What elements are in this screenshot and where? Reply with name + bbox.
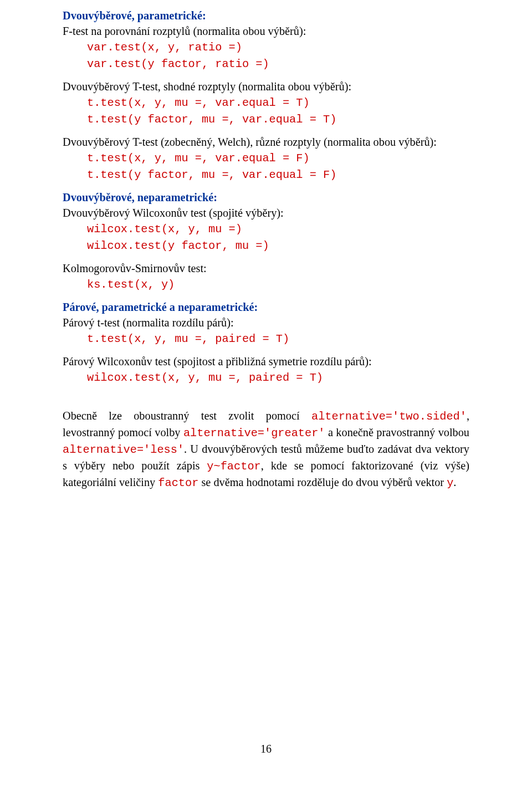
para-text: se dvěma hodnotami rozděluje do dvou výb… — [198, 476, 447, 488]
code-line: t.test(y factor, mu =, var.equal = F) — [87, 167, 336, 183]
heading-text: Párové, parametrické a neparametrické: — [63, 301, 258, 313]
code-line: t.test(y factor, mu =, var.equal = T) — [87, 112, 336, 127]
intro-text: Párový t-test (normalita rozdílu párů): — [63, 316, 234, 329]
section-dvouvyberove-neparametricke: Dvouvýběrové, neparametrické: Dvouvýběro… — [63, 190, 469, 254]
code-line: t.test(x, y, mu =, paired = T) — [87, 331, 289, 347]
inline-code: y~factor — [207, 460, 260, 473]
section-parove: Párové, parametrické a neparametrické: P… — [63, 299, 469, 347]
heading-text: Dvouvýběrové, parametrické: — [63, 9, 206, 22]
intro-text: F-test na porovnání rozptylů (normalita … — [63, 25, 306, 37]
explanatory-paragraph: Obecně lze oboustranný test zvolit pomoc… — [63, 408, 469, 491]
section-ttest-welch: Dvouvýběrový T-test (zobecněný, Welch), … — [63, 134, 469, 183]
code-line: ks.test(x, y) — [87, 277, 175, 293]
code-line: t.test(x, y, mu =, var.equal = T) — [87, 95, 310, 111]
para-text: a konečně pravostranný volbou — [325, 426, 469, 438]
code-line: var.test(x, y, ratio =) — [87, 40, 242, 55]
intro-text: Dvouvýběrový Wilcoxonův test (spojité vý… — [63, 207, 284, 219]
intro-text: Kolmogorovův-Smirnovův test: — [63, 262, 207, 274]
intro-text: Dvouvýběrový T-test, shodné rozptyly (no… — [63, 80, 351, 93]
code-line: t.test(x, y, mu =, var.equal = F) — [87, 151, 310, 166]
code-line: wilcox.test(y factor, mu =) — [87, 238, 269, 254]
inline-code: alternative='two.sided' — [311, 410, 467, 423]
inline-code: factor — [158, 477, 198, 489]
page-number: 16 — [0, 742, 532, 757]
document-page: Dvouvýběrové, parametrické: F-test na po… — [0, 0, 532, 787]
code-line: wilcox.test(x, y, mu =, paired = T) — [87, 370, 323, 386]
section-ttest-shodne: Dvouvýběrový T-test, shodné rozptyly (no… — [63, 79, 469, 127]
code-line: wilcox.test(x, y, mu =) — [87, 222, 242, 237]
intro-text: Párový Wilcoxonův test (spojitost a přib… — [63, 355, 372, 367]
para-text: . — [453, 476, 456, 488]
heading-text: Dvouvýběrové, neparametrické: — [63, 191, 217, 203]
inline-code: alternative='less' — [63, 443, 184, 456]
code-line: var.test(y factor, ratio =) — [87, 57, 269, 72]
section-ks-test: Kolmogorovův-Smirnovův test: ks.test(x, … — [63, 260, 469, 293]
intro-text: Dvouvýběrový T-test (zobecněný, Welch), … — [63, 136, 437, 148]
inline-code: alternative='greater' — [183, 427, 325, 440]
inline-code: y — [447, 477, 453, 489]
para-text: Obecně lze oboustranný test zvolit pomoc… — [63, 410, 311, 422]
section-parovy-wilcoxon: Párový Wilcoxonův test (spojitost a přib… — [63, 354, 469, 386]
section-dvouvyberove-parametricke: Dvouvýběrové, parametrické: F-test na po… — [63, 8, 469, 72]
